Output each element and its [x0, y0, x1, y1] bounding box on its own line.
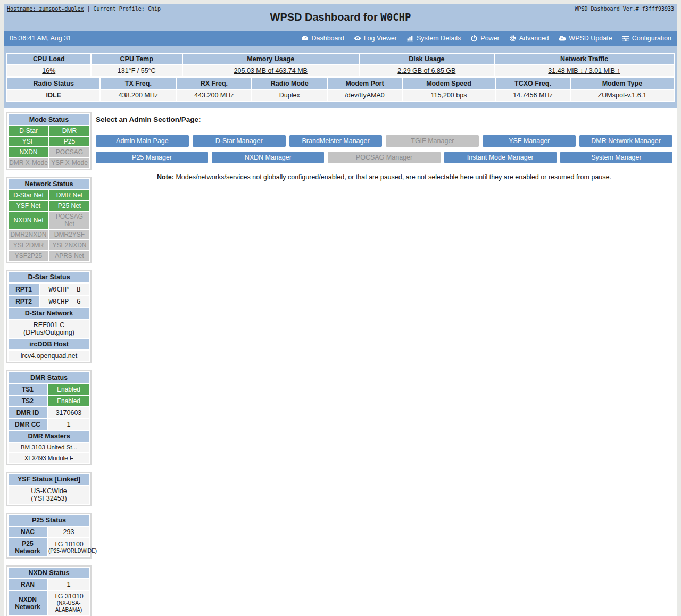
- radio-value-mode: Duplex: [252, 90, 327, 101]
- stat-header-cpu-temp: CPU Temp: [92, 54, 182, 64]
- stat-header-memory: Memory Usage: [183, 54, 359, 64]
- radio-header-mode: Radio Mode: [252, 78, 327, 89]
- note-text-1: Modes/networks/services not: [174, 173, 263, 181]
- nav-dashboard-label: Dashboard: [311, 35, 344, 42]
- cpu-load-value[interactable]: 16%: [42, 67, 55, 74]
- net-nxdn: NXDN Net: [9, 212, 48, 229]
- dmr-id-label: DMR ID: [9, 407, 47, 418]
- network-status-card: Network Status D-Star Net DMR Net YSF Ne…: [6, 177, 92, 263]
- system-manager-button[interactable]: System Manager: [560, 152, 672, 163]
- dmr-status-title: DMR Status: [9, 372, 89, 383]
- rpt1-label: RPT1: [9, 284, 39, 295]
- stat-header-cpu-load: CPU Load: [7, 54, 90, 64]
- instant-mode-manager-button[interactable]: Instant Mode Manager: [444, 152, 557, 163]
- ircddb-host-title: ircDDB Host: [9, 339, 89, 349]
- dmr-cc-value: 1: [48, 419, 89, 430]
- ysf-room-id: (YSF32453): [31, 495, 67, 502]
- nav-configuration[interactable]: Configuration: [622, 35, 671, 42]
- admin-content: Select an Admin Section/Page: Admin Main…: [92, 112, 675, 181]
- admin-buttons-row-1: Admin Main Page D-Star Manager BrandMeis…: [96, 135, 672, 147]
- radio-value-rx: 443.200 MHz: [177, 90, 251, 101]
- stat-value-network: 31.48 MiB ↓ / 3.01 MiB ↑: [495, 65, 674, 76]
- net-aprs: APRS Net: [49, 251, 89, 261]
- system-stats-table: CPU Load CPU Temp Memory Usage Disk Usag…: [6, 53, 675, 77]
- net-p25: P25 Net: [49, 201, 89, 211]
- profile-label: | Current Profile: Chip: [84, 6, 161, 12]
- nxdn-talkgroup: TG 31010: [54, 593, 84, 600]
- radio-value-speed: 115,200 bps: [403, 90, 495, 101]
- nxdn-status-title: NXDN Status: [9, 568, 89, 578]
- power-icon: [470, 35, 478, 42]
- dmr-master-2: XLX493 Module E: [9, 453, 89, 463]
- radio-status-table: Radio Status TX Freq. RX Freq. Radio Mod…: [6, 77, 675, 102]
- nav-log-viewer[interactable]: Log Viewer: [354, 35, 397, 42]
- net-dstar: D-Star Net: [9, 190, 48, 200]
- radio-value-tcxo: 14.7456 MHz: [496, 90, 570, 101]
- ircddb-host-value: ircv4.openquad.net: [9, 351, 89, 361]
- nav-advanced[interactable]: Advanced: [509, 35, 549, 42]
- radio-header-port: Modem Port: [328, 78, 402, 89]
- net-ysf2p25: YSF2P25: [9, 251, 48, 261]
- nav-power[interactable]: Power: [470, 35, 499, 42]
- radio-header-status: Radio Status: [7, 78, 99, 89]
- main-area: Mode Status D-Star DMR YSF P25 NXDN POCS…: [4, 108, 677, 616]
- radio-value-status: IDLE: [7, 90, 99, 101]
- nav-wpsd-update[interactable]: WPSD Update: [558, 35, 612, 42]
- mode-p25: P25: [49, 137, 89, 146]
- admin-main-page-button[interactable]: Admin Main Page: [96, 135, 189, 147]
- page-header: Hostname: zumspot-duplex | Current Profi…: [4, 4, 677, 31]
- nxdn-talkgroup-name: (NX-USA-ALABAMA): [48, 600, 89, 613]
- nxdn-manager-button[interactable]: NXDN Manager: [212, 152, 324, 163]
- globally-configured-link[interactable]: globally configured/enabled: [263, 173, 344, 181]
- dstar-network-title: D-Star Network: [9, 308, 89, 319]
- memory-value[interactable]: 205.03 MB of 463.74 MB: [234, 67, 308, 74]
- p25-status-title: P25 Status: [9, 515, 89, 526]
- note-label: Note:: [157, 173, 174, 181]
- bar-chart-icon: [406, 35, 414, 42]
- network-traffic-value[interactable]: 31.48 MiB ↓ / 3.01 MiB ↑: [548, 67, 620, 74]
- nxdn-status-card: NXDN Status RAN 1 NXDN Network TG 31010 …: [6, 565, 92, 616]
- ysf-status-card: YSF Status [Linked] US-KCWide (YSF32453): [6, 472, 92, 506]
- radio-header-tcxo: TCXO Freq.: [496, 78, 570, 89]
- resumed-from-pause-link[interactable]: resumed from pause: [549, 173, 610, 181]
- mode-ysf: YSF: [9, 137, 48, 146]
- eye-icon: [354, 35, 361, 42]
- nxdn-network-label: NXDN Network: [9, 591, 47, 615]
- radio-header-speed: Modem Speed: [403, 78, 495, 89]
- disk-value[interactable]: 2.29 GB of 6.85 GB: [397, 67, 455, 74]
- dmr-cc-label: DMR CC: [9, 419, 47, 430]
- tgif-manager-button: TGIF Manager: [386, 135, 479, 147]
- admin-heading: Select an Admin Section/Page:: [96, 115, 672, 123]
- wpsd-dashboard-page: Hostname: zumspot-duplex | Current Profi…: [4, 4, 677, 616]
- hostname-link[interactable]: Hostname: zumspot-duplex: [7, 6, 84, 12]
- nav-items: Dashboard Log Viewer System Details Powe…: [301, 35, 671, 42]
- net-dmr2nxdn: DMR2NXDN: [9, 230, 48, 239]
- admin-note: Note: Modes/networks/services not global…: [96, 173, 672, 181]
- p25-talkgroup-name: (P25-WORLDWIDE): [48, 548, 89, 555]
- mode-status-card: Mode Status D-Star DMR YSF P25 NXDN POCS…: [6, 112, 92, 170]
- brandmeister-manager-button[interactable]: BrandMeister Manager: [289, 135, 383, 147]
- ts1-value: Enabled: [48, 384, 89, 395]
- net-dmr: DMR Net: [49, 190, 89, 200]
- mode-dmr: DMR: [49, 126, 89, 136]
- p25-manager-button[interactable]: P25 Manager: [96, 152, 208, 163]
- nav-dashboard[interactable]: Dashboard: [301, 35, 344, 42]
- ran-label: RAN: [9, 579, 47, 590]
- ysf-room: US-KCWide: [31, 487, 67, 495]
- net-ysf2nxdn: YSF2NXDN: [49, 240, 89, 250]
- nxdn-network-value: TG 31010 (NX-USA-ALABAMA): [48, 591, 89, 615]
- stat-value-cpu-temp: 131°F / 55°C: [92, 65, 182, 76]
- ts1-label: TS1: [9, 384, 47, 395]
- mode-pocsag: POCSAG: [49, 147, 89, 157]
- dmr-network-manager-button[interactable]: DMR Network Manager: [579, 135, 672, 147]
- nav-bar: 05:36:41 AM, Aug 31 Dashboard Log Viewer…: [4, 31, 677, 46]
- dstar-manager-button[interactable]: D-Star Manager: [193, 135, 286, 147]
- version-label: WPSD Dashboard Ver.# f3fff93933: [575, 6, 674, 12]
- ysf-manager-button[interactable]: YSF Manager: [483, 135, 576, 147]
- nav-system-details[interactable]: System Details: [406, 35, 461, 42]
- radio-value-type: ZUMspot-v.1.6.1: [571, 90, 674, 101]
- nav-advanced-label: Advanced: [519, 35, 549, 42]
- stat-value-cpu-load: 16%: [7, 65, 90, 76]
- mode-status-title: Mode Status: [9, 114, 89, 125]
- mode-dstar: D-Star: [9, 126, 48, 136]
